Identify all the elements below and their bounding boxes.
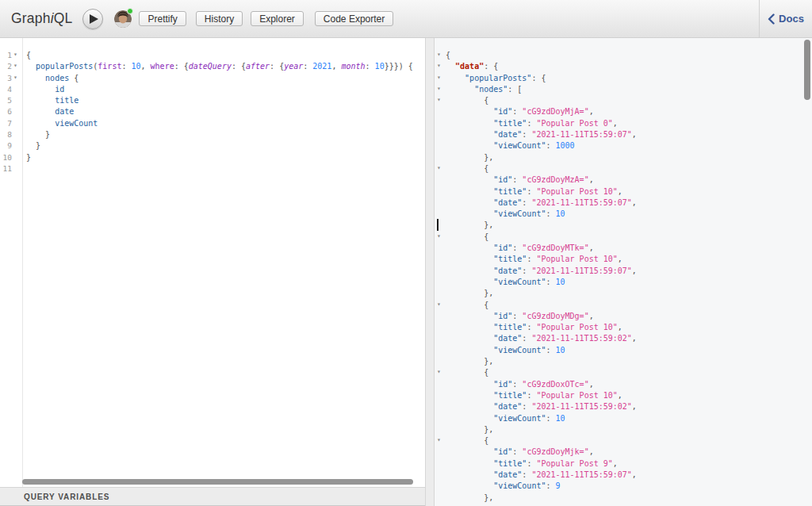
code-token: 2021 <box>312 62 331 71</box>
code-token: first <box>98 62 121 71</box>
docs-button[interactable]: Docs <box>759 0 812 37</box>
code-line: "id": "cG9zdDoyMzA=", <box>435 174 812 186</box>
execute-button[interactable] <box>82 9 103 29</box>
code-token: }, <box>446 153 493 162</box>
fold-arrow-icon[interactable]: ▾ <box>13 49 17 60</box>
code-line: "viewCount": 1000 <box>435 140 812 151</box>
fold-arrow-icon[interactable]: ▾ <box>437 60 441 71</box>
code-token: , <box>589 380 594 389</box>
code-line: "id": "cG9zdDoxOTc=", <box>435 379 812 390</box>
pane-resize-divider[interactable] <box>425 38 435 506</box>
fold-arrow-icon[interactable]: ▾ <box>437 299 441 310</box>
code-token <box>446 266 493 275</box>
line-number: 2 <box>0 61 12 72</box>
code-token: "2021-11-11T15:59:02" <box>531 402 631 411</box>
code-token: "date" <box>493 130 522 139</box>
code-token: "title" <box>493 187 527 196</box>
code-token <box>446 323 493 332</box>
code-exporter-button[interactable]: Code Exporter <box>315 11 393 26</box>
fold-arrow-icon[interactable]: ▾ <box>13 72 17 83</box>
code-token <box>446 175 493 184</box>
code-token: , <box>589 312 594 320</box>
fold-arrow-icon[interactable]: ▾ <box>437 94 441 105</box>
query-editor[interactable]: 1▾{2▾ popularPosts(first: 10, where: {da… <box>0 38 425 487</box>
query-code: 1▾{2▾ popularPosts(first: 10, where: {da… <box>0 50 425 174</box>
fold-arrow-icon[interactable]: ▾ <box>437 163 441 174</box>
code-token: , <box>632 402 637 411</box>
code-line: 6 date <box>0 106 425 117</box>
user-avatar[interactable] <box>114 10 132 28</box>
play-icon <box>90 14 98 24</box>
code-token <box>446 119 493 128</box>
code-token: : <box>512 243 522 252</box>
prettify-button[interactable]: Prettify <box>139 11 186 26</box>
fold-arrow-icon[interactable]: ▾ <box>437 435 441 446</box>
code-token: , <box>632 470 637 479</box>
code-token <box>446 447 493 456</box>
code-token: }, <box>446 220 493 229</box>
code-token: "Popular Post 0" <box>536 119 612 128</box>
code-line: 3▾ nodes { <box>0 73 425 84</box>
code-token: 10 <box>375 62 385 71</box>
code-line: "date": "2021-11-11T15:59:02", <box>435 401 812 412</box>
code-token: : <box>522 402 531 411</box>
code-token: : <box>527 459 536 468</box>
code-token: after <box>246 62 270 71</box>
code-token: "2021-11-11T15:59:02" <box>531 334 631 343</box>
vertical-scrollbar[interactable] <box>804 40 810 100</box>
code-token <box>446 380 493 389</box>
code-token: "id" <box>493 175 512 184</box>
code-token <box>446 130 493 139</box>
code-token: month <box>341 62 365 71</box>
query-pane: 1▾{2▾ popularPosts(first: 10, where: {da… <box>0 38 425 506</box>
history-button[interactable]: History <box>196 11 243 26</box>
code-token: : { <box>484 62 498 71</box>
code-token <box>26 85 55 94</box>
code-line: ▾ { <box>435 300 812 311</box>
code-token: "viewCount" <box>493 278 546 286</box>
code-token <box>446 187 493 196</box>
code-token: "date" <box>493 334 522 343</box>
code-token: : <box>546 278 555 286</box>
code-token: { <box>446 436 488 445</box>
code-token: "cG9zdDoxOTc=" <box>522 380 588 389</box>
code-line: ▾ { <box>435 435 812 447</box>
code-line: }, <box>435 424 812 435</box>
code-line: "title": "Popular Post 10", <box>435 254 812 265</box>
fold-arrow-icon[interactable]: ▾ <box>437 49 441 60</box>
code-token: "title" <box>493 391 527 400</box>
fold-arrow-icon[interactable]: ▾ <box>437 366 441 378</box>
code-token: "Popular Post 10" <box>536 187 617 196</box>
code-line: 8 } <box>0 129 425 140</box>
code-token: year <box>284 62 303 71</box>
fold-arrow-icon[interactable]: ▾ <box>437 72 441 83</box>
code-token: "nodes" <box>474 85 508 94</box>
code-token <box>446 334 493 343</box>
code-token <box>446 402 493 411</box>
code-token <box>446 312 493 320</box>
code-token: , <box>632 334 637 343</box>
code-token: : <box>527 187 536 196</box>
code-token: : <box>522 334 531 343</box>
code-line: 7 viewCount <box>0 118 425 129</box>
result-viewer[interactable]: ▾{▾ "data": {▾ "popularPosts": {▾ "nodes… <box>435 38 812 506</box>
code-token: "cG9zdDoyMDg=" <box>522 312 588 320</box>
code-token: { <box>446 232 488 241</box>
code-token: : <box>546 141 555 150</box>
variables-title-bar[interactable]: QUERY VARIABLES <box>0 487 425 506</box>
code-line: "title": "Popular Post 10", <box>435 186 812 197</box>
code-token <box>446 459 493 468</box>
code-token: "2021-11-11T15:59:07" <box>531 470 631 479</box>
code-token: , <box>618 187 622 196</box>
code-token: }, <box>446 289 493 297</box>
line-number: 10 <box>0 152 12 163</box>
fold-arrow-icon[interactable]: ▾ <box>437 83 441 94</box>
fold-arrow-icon[interactable]: ▾ <box>13 60 17 71</box>
explorer-button[interactable]: Explorer <box>251 11 304 26</box>
code-token: , <box>618 391 622 400</box>
online-status-dot-icon <box>127 8 133 14</box>
code-token: : <box>546 481 555 490</box>
line-number: 9 <box>0 140 12 151</box>
fold-arrow-icon[interactable]: ▾ <box>437 231 441 242</box>
horizontal-scrollbar[interactable] <box>22 479 413 485</box>
